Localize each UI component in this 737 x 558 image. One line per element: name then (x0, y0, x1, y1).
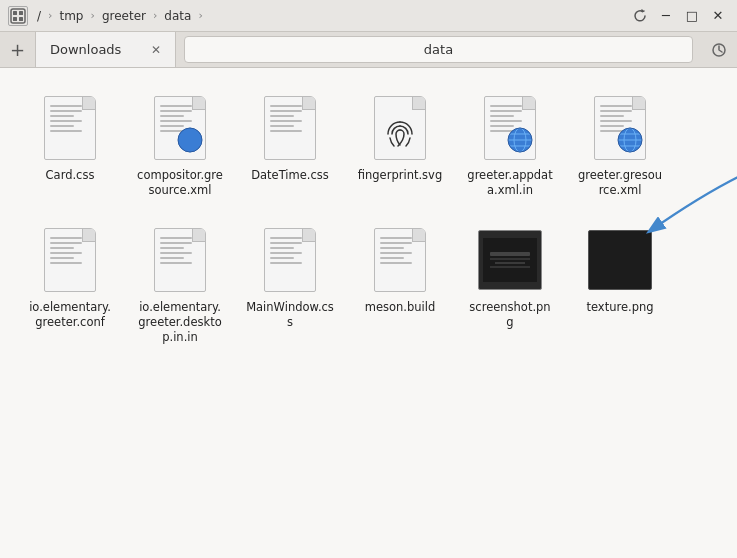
screenshot-thumbnail (478, 230, 542, 290)
window-controls: ─ □ ✕ (629, 5, 729, 27)
file-browser-content: Card.css (0, 68, 737, 558)
file-item-card-css[interactable]: Card.css (20, 84, 120, 206)
file-item-datetime-css[interactable]: DateTime.css (240, 84, 340, 206)
file-name: MainWindow.css (246, 300, 334, 330)
globe-icon (507, 127, 533, 153)
breadcrumb-greeter[interactable]: greeter (97, 7, 151, 25)
globe-icon (617, 127, 643, 153)
close-button[interactable]: ✕ (707, 5, 729, 27)
svg-rect-0 (11, 9, 25, 23)
file-name: compositor.gresource.xml (136, 168, 224, 198)
file-item-fingerprint-svg[interactable]: fingerprint.svg (350, 84, 450, 206)
breadcrumb-root[interactable]: / (32, 7, 46, 25)
svg-rect-2 (19, 11, 23, 15)
file-item-greeter-gresource[interactable]: greeter.gresource.xml (570, 84, 670, 206)
file-icon (38, 92, 102, 164)
tabbar: + Downloads ✕ data (0, 32, 737, 68)
new-tab-button[interactable]: + (0, 32, 36, 67)
file-item-meson-build[interactable]: meson.build (350, 216, 450, 353)
file-grid: Card.css (20, 84, 717, 353)
svg-rect-1 (13, 11, 17, 15)
file-name: texture.png (586, 300, 653, 315)
file-item-greeter-appdata[interactable]: greeter.appdata.xml.in (460, 84, 560, 206)
minimize-button[interactable]: ─ (655, 5, 677, 27)
breadcrumb-data[interactable]: data (159, 7, 196, 25)
file-icon (478, 92, 542, 164)
file-name: screenshot.png (466, 300, 554, 330)
file-icon (148, 224, 212, 296)
file-icon (258, 224, 322, 296)
file-item-texture-png[interactable]: texture.png (570, 216, 670, 353)
file-name: DateTime.css (251, 168, 329, 183)
breadcrumb-tmp[interactable]: tmp (54, 7, 88, 25)
history-button[interactable] (701, 32, 737, 67)
file-name: greeter.gresource.xml (576, 168, 664, 198)
file-icon (588, 224, 652, 296)
fingerprint-icon (382, 116, 418, 152)
file-item-io-greeter-conf[interactable]: io.elementary.greeter.conf (20, 216, 120, 353)
svg-rect-4 (19, 17, 23, 21)
maximize-button[interactable]: □ (681, 5, 703, 27)
file-name: io.elementary.greeter.conf (26, 300, 114, 330)
file-icon (368, 224, 432, 296)
svg-point-11 (178, 128, 202, 152)
file-item-mainwindow-css[interactable]: MainWindow.css (240, 216, 340, 353)
file-name: fingerprint.svg (358, 168, 442, 183)
tab-label: Downloads (50, 42, 139, 57)
file-icon (258, 92, 322, 164)
file-item-compositor-xml[interactable]: compositor.gresource.xml (130, 84, 230, 206)
location-text: data (195, 42, 682, 57)
file-icon (38, 224, 102, 296)
file-item-io-greeter-desktop[interactable]: io.elementary.greeter.desktop.in.in (130, 216, 230, 353)
file-name: io.elementary.greeter.desktop.in.in (136, 300, 224, 345)
location-bar[interactable]: data (184, 36, 693, 63)
texture-thumbnail (588, 230, 652, 290)
globe-icon (177, 127, 203, 153)
file-icon (478, 224, 542, 296)
file-icon (368, 92, 432, 164)
svg-rect-3 (13, 17, 17, 21)
titlebar: / › tmp › greeter › data › ─ □ ✕ (0, 0, 737, 32)
file-icon (148, 92, 212, 164)
app-logo (8, 6, 28, 26)
reload-button[interactable] (629, 5, 651, 27)
file-item-screenshot-png[interactable]: screenshot.png (460, 216, 560, 353)
file-icon (588, 92, 652, 164)
tab-downloads[interactable]: Downloads ✕ (36, 32, 176, 67)
file-name: Card.css (46, 168, 95, 183)
file-name: greeter.appdata.xml.in (466, 168, 554, 198)
tab-close-button[interactable]: ✕ (147, 41, 165, 59)
file-name: meson.build (365, 300, 436, 315)
breadcrumb: / › tmp › greeter › data › (32, 7, 625, 25)
